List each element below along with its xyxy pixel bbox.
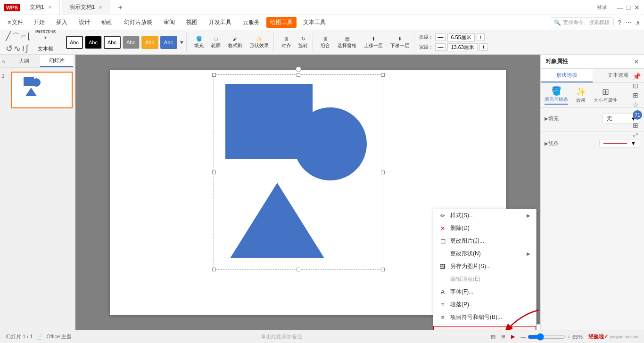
- plus-height-btn[interactable]: +: [477, 33, 485, 41]
- rp-grid-icon[interactable]: ⊞: [633, 122, 642, 129]
- menu-toggle[interactable]: ≡ 文件: [4, 16, 27, 28]
- rp-share-icon[interactable]: ⇄: [633, 131, 642, 139]
- handle-tm[interactable]: [297, 73, 300, 77]
- scribble-tool[interactable]: ≀: [22, 43, 25, 54]
- tab-outline[interactable]: 大纲: [8, 56, 41, 66]
- bezier-tool[interactable]: ∫: [26, 43, 28, 54]
- handle-tr[interactable]: [381, 73, 385, 77]
- zoom-level[interactable]: 65%: [572, 334, 583, 340]
- style-btn-5[interactable]: Abc: [141, 36, 158, 49]
- more-icon[interactable]: ⋯: [625, 19, 632, 26]
- view-normal-icon[interactable]: ▤: [491, 334, 495, 340]
- rp-border-icon[interactable]: ⊞: [633, 91, 642, 99]
- style-btn-1[interactable]: Abc: [66, 36, 83, 49]
- slide-canvas[interactable]: ✏ 样式(S)... ▶ ✕ 删除(D) ◫ 更改图片(J)... 更改形状(N…: [110, 70, 506, 315]
- minimize-button[interactable]: —: [617, 4, 623, 11]
- search-box[interactable]: 🔍 查找命令、搜索模板: [550, 17, 614, 27]
- style-btn-2[interactable]: Abc: [85, 36, 102, 49]
- line-expand-icon[interactable]: ▶: [545, 141, 548, 146]
- tab-doc1-close[interactable]: ✕: [48, 5, 52, 10]
- maximize-button[interactable]: □: [625, 4, 632, 11]
- menu-insert[interactable]: 插入: [51, 16, 72, 28]
- height-value[interactable]: 6.55厘米: [447, 33, 474, 41]
- rp-size-tab[interactable]: ⊞ 大小与属性: [594, 87, 617, 104]
- move-up-button[interactable]: ⬆ 上移一层: [361, 34, 386, 51]
- login-button[interactable]: 登录: [597, 4, 607, 11]
- minus-height-btn[interactable]: —: [435, 33, 446, 41]
- menu-view[interactable]: 视图: [182, 16, 202, 28]
- menu-review[interactable]: 审阅: [159, 16, 180, 28]
- view-present-icon[interactable]: ▶: [511, 334, 515, 340]
- menu-dev[interactable]: 开发工具: [204, 16, 236, 28]
- tab-add[interactable]: +: [112, 3, 128, 12]
- handle-mr[interactable]: [381, 171, 385, 174]
- rp-copy-icon[interactable]: ⊡: [633, 82, 642, 90]
- tab-doc2-close[interactable]: ✕: [99, 5, 102, 10]
- help-icon[interactable]: ?: [618, 19, 621, 26]
- canvas-area[interactable]: ✏ 样式(S)... ▶ ✕ 删除(D) ◫ 更改图片(J)... 更改形状(N…: [75, 55, 540, 330]
- width-value[interactable]: 13.63厘米: [447, 43, 478, 51]
- menu-start[interactable]: 开始: [29, 16, 50, 28]
- handle-bl[interactable]: [212, 268, 216, 271]
- freeform-tool[interactable]: ∿: [14, 43, 21, 54]
- style-btn-3[interactable]: Abc: [104, 36, 121, 49]
- group-button[interactable]: ⊞ 组合: [318, 34, 333, 51]
- rp-badge[interactable]: 71: [633, 110, 642, 120]
- menu-drawtool[interactable]: 绘图工具: [266, 17, 297, 28]
- menu-design[interactable]: 设计: [74, 16, 95, 28]
- style-btn-6[interactable]: Abc: [160, 36, 177, 49]
- move-down-button[interactable]: ⬇ 下移一层: [388, 34, 412, 51]
- arc-tool[interactable]: ↺: [6, 43, 13, 54]
- select-pane-button[interactable]: ▤ 选择窗格: [335, 34, 359, 51]
- view-grid-icon[interactable]: ⊞: [501, 334, 505, 340]
- bracket-tool[interactable]: ⌐: [21, 31, 26, 42]
- textbox-button[interactable]: 文本框 ▼: [33, 43, 59, 55]
- slide-thumb[interactable]: [11, 72, 73, 108]
- cm-font[interactable]: A 字体(F)...: [433, 286, 536, 298]
- rp-star-icon[interactable]: ☆: [633, 101, 642, 108]
- right-panel-close-button[interactable]: ✕: [634, 58, 639, 65]
- line-tool[interactable]: ╱: [6, 31, 11, 42]
- rp-effect-tab[interactable]: ✨ 效果: [576, 87, 586, 104]
- handle-tl[interactable]: [212, 73, 216, 77]
- close-button[interactable]: ✕: [634, 4, 640, 11]
- zoom-in-btn[interactable]: +: [567, 334, 570, 340]
- menu-cloud[interactable]: 云服务: [238, 16, 264, 28]
- menu-slideshow[interactable]: 幻灯片放映: [119, 16, 157, 28]
- rotate-handle[interactable]: [296, 66, 301, 72]
- cm-delete[interactable]: ✕ 删除(D): [433, 222, 536, 235]
- shape-triangle[interactable]: [230, 183, 324, 258]
- expand-icon[interactable]: ∧: [636, 19, 640, 26]
- plus-width-btn[interactable]: +: [479, 43, 487, 51]
- fill-button[interactable]: 🪣 填充: [191, 34, 206, 51]
- shape-effect-button[interactable]: ✨ 形状效果: [247, 34, 272, 51]
- handle-bm[interactable]: [297, 268, 300, 271]
- rp-tab-shape[interactable]: 形状选项: [541, 69, 593, 82]
- outline-button[interactable]: □ 轮廓: [208, 34, 223, 51]
- menu-texttool[interactable]: 文本工具: [298, 16, 330, 28]
- rp-fill-line-tab[interactable]: 🪣 填充与线条: [545, 86, 568, 105]
- fill-expand-icon[interactable]: ▶: [545, 116, 548, 121]
- handle-br[interactable]: [381, 268, 385, 271]
- style-more-btn[interactable]: ▼: [179, 39, 185, 46]
- cm-style[interactable]: ✏ 样式(S)... ▶: [433, 209, 536, 222]
- panel-collapse[interactable]: «: [2, 57, 6, 65]
- minus-width-btn[interactable]: —: [435, 43, 446, 51]
- handle-ml[interactable]: [212, 171, 216, 174]
- edit-shape-button[interactable]: 编辑形状 ▼: [33, 30, 59, 42]
- zoom-slider[interactable]: [528, 333, 565, 341]
- format-style-button[interactable]: 🖌 格式刷: [225, 34, 245, 51]
- add-note[interactable]: 单击此处添加备注: [72, 333, 491, 340]
- style-btn-4[interactable]: Abc: [123, 36, 140, 49]
- cm-change-shape[interactable]: 更改形状(N) ▶: [433, 247, 536, 260]
- cm-save-as-pic[interactable]: 🖼 另存为图片(S)...: [433, 260, 536, 273]
- tab-slides[interactable]: 幻灯片: [40, 55, 73, 67]
- cm-change-pic[interactable]: ◫ 更改图片(J)...: [433, 235, 536, 247]
- align-button[interactable]: ⊞ 对齐: [279, 34, 294, 51]
- connector-tool[interactable]: ⌊: [27, 31, 31, 42]
- rp-pin-icon[interactable]: 📌: [633, 73, 642, 80]
- rotate-button[interactable]: ↻ 旋转: [296, 34, 311, 51]
- tab-doc1[interactable]: 文档1 ✕: [22, 0, 60, 15]
- curve-tool[interactable]: ⌒: [12, 31, 20, 42]
- shape-circle[interactable]: [294, 107, 367, 180]
